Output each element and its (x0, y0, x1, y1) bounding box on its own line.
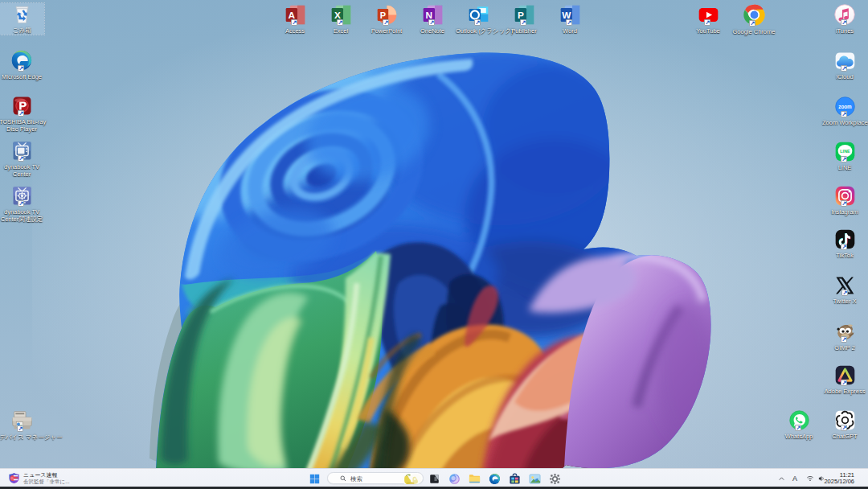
svg-text:zoom: zoom (838, 104, 852, 109)
svg-text:LINE: LINE (840, 149, 850, 154)
